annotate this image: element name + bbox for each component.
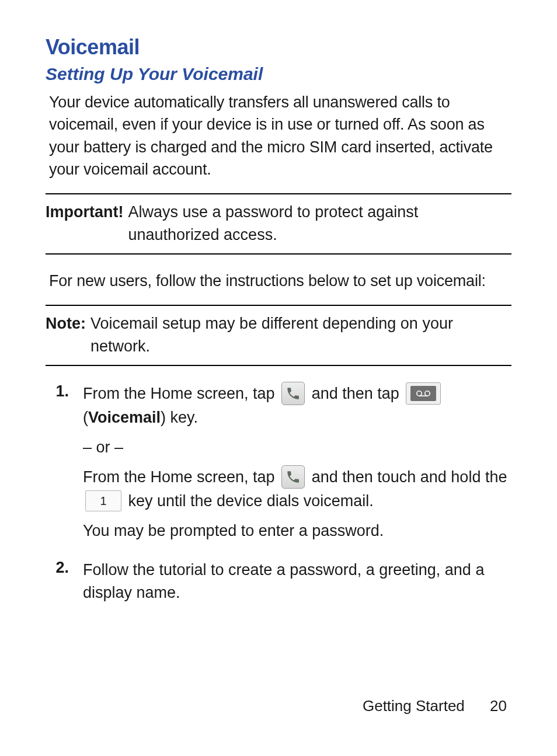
footer-section: Getting Started	[363, 697, 465, 715]
step-1-alt-text-c: key until the device dials voicemail.	[128, 492, 374, 510]
phone-icon	[281, 465, 305, 489]
keypad-1-icon: 1	[85, 490, 121, 511]
step-1: 1. From the Home screen, tap and then ta…	[46, 382, 511, 549]
step-1-alt-text-a: From the Home screen, tap	[83, 468, 279, 486]
important-label: Important!	[46, 201, 128, 246]
note-callout: Note: Voicemail setup may be different d…	[46, 305, 511, 366]
important-callout: Important! Always use a password to prot…	[46, 193, 511, 255]
note-label: Note:	[46, 312, 90, 357]
step-1-or: – or –	[83, 436, 511, 459]
svg-point-1	[425, 391, 430, 396]
step-number: 1.	[46, 382, 83, 549]
step-1-line-1: From the Home screen, tap and then tap (…	[83, 382, 511, 429]
note-text: Voicemail setup may be different dependi…	[90, 312, 511, 357]
step-2: 2. Follow the tutorial to create a passw…	[46, 559, 511, 611]
step-1-alt-text-b: and then touch and hold the	[312, 468, 507, 486]
step-1-text-a: From the Home screen, tap	[83, 385, 279, 402]
svg-point-0	[417, 391, 422, 396]
section-heading: Voicemail	[46, 35, 511, 60]
subsection-heading: Setting Up Your Voicemail	[46, 64, 511, 84]
step-2-text: Follow the tutorial to create a password…	[83, 559, 511, 604]
for-new-users-text: For new users, follow the instructions b…	[49, 270, 511, 292]
step-number: 2.	[46, 559, 83, 611]
step-1-vm-close: ) key.	[161, 409, 198, 426]
phone-icon	[281, 382, 305, 405]
step-1-text-b: and then tap	[312, 385, 404, 402]
voicemail-icon	[406, 382, 441, 405]
page-footer: Getting Started 20	[363, 697, 507, 715]
footer-page-number: 20	[490, 697, 507, 715]
intro-paragraph: Your device automatically transfers all …	[49, 91, 511, 180]
step-1-vm-word: Voicemail	[88, 409, 161, 426]
steps-list: 1. From the Home screen, tap and then ta…	[46, 382, 511, 612]
document-page: Voicemail Setting Up Your Voicemail Your…	[0, 0, 557, 612]
step-1-line-2: From the Home screen, tap and then touch…	[83, 466, 511, 513]
step-1-vm-open: (	[83, 409, 88, 426]
important-text: Always use a password to protect against…	[128, 201, 511, 246]
step-1-prompt: You may be prompted to enter a password.	[83, 520, 511, 542]
